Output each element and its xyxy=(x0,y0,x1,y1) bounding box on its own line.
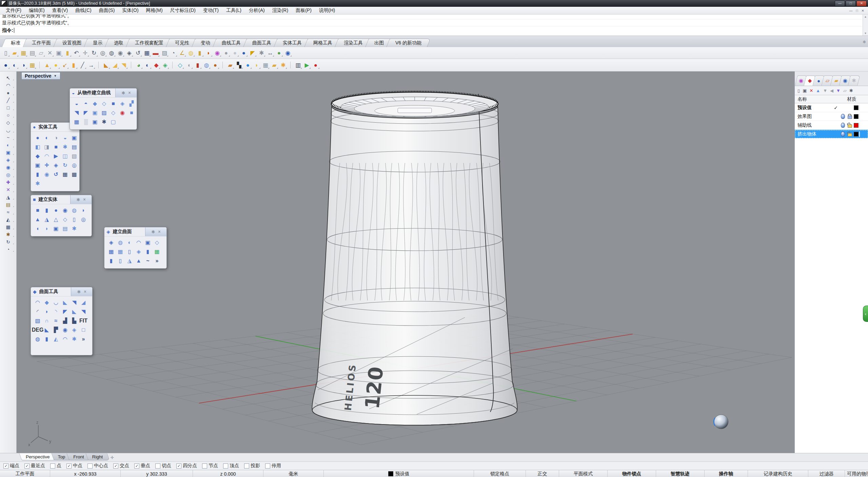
minimize-button[interactable]: — xyxy=(835,1,845,6)
layer-color-swatch[interactable] xyxy=(854,123,859,128)
tool-icon[interactable]: ▧ xyxy=(33,316,42,325)
extrude-icon[interactable]: ◉ xyxy=(1,164,15,171)
tool-icon[interactable]: ↺ xyxy=(52,170,60,179)
array-icon[interactable]: ▦ xyxy=(1,223,15,230)
move-down-icon[interactable]: ▼ xyxy=(823,88,827,93)
zoom-window-icon[interactable]: ◍ xyxy=(107,48,116,57)
osnap-toggle[interactable]: 中心点 xyxy=(87,463,108,469)
tool-icon[interactable]: ◈ xyxy=(52,161,60,170)
status-units[interactable]: 毫米 xyxy=(263,470,324,477)
tool-icon[interactable]: ◠ xyxy=(61,335,70,344)
menu-item[interactable]: 网格(M) xyxy=(142,7,166,14)
layer-name[interactable]: 挤出物体 xyxy=(795,131,832,137)
toolbar-tab[interactable]: 渲染工具 xyxy=(336,39,370,47)
tool-icon[interactable]: ▤ xyxy=(70,143,79,151)
cookie-icon[interactable]: ● xyxy=(211,61,220,69)
material-circle[interactable] xyxy=(859,105,860,111)
scale-icon[interactable]: ✱ xyxy=(1,231,15,238)
tool-icon[interactable]: ◇ xyxy=(100,99,108,108)
tool-icon[interactable]: ✱ xyxy=(70,335,79,344)
tool-icon[interactable]: ◆ xyxy=(33,152,42,161)
rotate-icon[interactable]: ↻ xyxy=(1,238,15,245)
tool-icon[interactable]: ▦ xyxy=(153,247,161,256)
tool-icon[interactable]: ◓ xyxy=(81,99,90,108)
tool-icon[interactable]: ◒ xyxy=(61,133,70,142)
tool-icon[interactable]: ≈ xyxy=(52,316,60,325)
tool-icon[interactable]: ▛ xyxy=(52,326,60,334)
tool-icon[interactable]: ▣ xyxy=(91,118,99,126)
glass-icon[interactable]: ◍ xyxy=(202,61,211,69)
layer-name[interactable]: 预设值 xyxy=(795,105,832,111)
status-planar[interactable]: 平面模式 xyxy=(559,470,608,477)
pie-icon[interactable]: ◕ xyxy=(134,61,143,69)
tool-icon[interactable]: ◠ xyxy=(33,298,42,307)
tool-icon[interactable]: ◣ xyxy=(42,326,51,334)
fillet-icon[interactable]: ◮ xyxy=(1,193,15,201)
shaded-mode-icon[interactable]: ◗ xyxy=(204,48,213,57)
title-bar[interactable]: 摄像头--2020.3.18童柯.3dm (5 MB) - Undefined … xyxy=(0,0,868,7)
cone-flag-icon[interactable]: ◤ xyxy=(248,48,257,57)
close-icon[interactable]: × xyxy=(128,90,131,95)
mdi-control[interactable]: — xyxy=(848,9,854,13)
palette-curve-from-object[interactable]: ◒ 从物件建立曲线 ✱× ◒◓◆◇■◈▞◥◤▣▨◇◉■▦░▣✱▢ xyxy=(70,88,137,130)
command-prompt[interactable]: 指令: xyxy=(2,26,862,34)
tool-icon[interactable]: ◮ xyxy=(42,215,51,224)
zoom-dynamic-icon[interactable]: ◎ xyxy=(98,48,107,57)
osnap-checkbox[interactable] xyxy=(202,463,207,469)
osnap-checkbox[interactable] xyxy=(134,463,139,469)
osnap-checkbox[interactable] xyxy=(3,463,8,469)
tool-icon[interactable]: ◢ xyxy=(79,298,88,307)
tool-icon[interactable]: ◇ xyxy=(153,238,161,247)
gear-icon[interactable]: ✱ xyxy=(257,48,266,57)
osnap-toggle[interactable]: 停用 xyxy=(265,463,281,469)
tool-icon[interactable]: ▣ xyxy=(52,224,60,233)
osnap-checkbox[interactable] xyxy=(155,463,160,469)
tool-icon[interactable]: ◎ xyxy=(79,215,88,224)
bar-icon[interactable]: ▮ xyxy=(69,61,78,69)
tool-icon[interactable]: ▣ xyxy=(143,238,152,247)
tool-icon[interactable]: ◐ xyxy=(42,133,51,142)
curve-icon[interactable]: ~ xyxy=(1,134,15,141)
cplane-icon[interactable]: ▨ xyxy=(160,48,169,57)
toolbar-tab[interactable]: 曲面工具 xyxy=(245,39,279,47)
toolbar-tab[interactable]: 工作视窗配置 xyxy=(127,39,171,47)
dim-icon[interactable]: ↔ xyxy=(266,48,275,57)
sphere-blue-icon[interactable]: ● xyxy=(239,48,248,57)
tool-icon[interactable]: ▲ xyxy=(134,256,143,265)
osnap-checkbox[interactable] xyxy=(223,463,228,469)
tool-icon[interactable]: ◗ xyxy=(42,224,51,233)
shield-icon[interactable]: ◆ xyxy=(152,61,161,69)
cone2-icon[interactable]: ◢ xyxy=(111,61,119,69)
column-material[interactable]: 材质 xyxy=(847,96,868,102)
layer-row[interactable]: 辅助线 xyxy=(795,121,868,130)
undo-icon[interactable]: ↶ xyxy=(72,48,81,57)
status-y[interactable]: y 302.333 xyxy=(121,470,193,477)
lock-icon[interactable]: ▮ xyxy=(195,48,204,57)
tool-icon[interactable]: ▮ xyxy=(107,256,116,265)
status-layer[interactable]: 预设值 xyxy=(324,470,474,477)
layer-row[interactable]: 预设值 ✓ xyxy=(795,103,868,112)
menu-item[interactable]: 分析(A) xyxy=(245,7,269,14)
osnap-checkbox[interactable] xyxy=(265,463,270,469)
menu-item[interactable]: 编辑(E) xyxy=(25,7,48,14)
tool-icon[interactable]: ◧ xyxy=(33,143,42,151)
circle-center-icon[interactable]: ◔ xyxy=(169,48,178,57)
sphere-silver-icon[interactable]: ● xyxy=(231,48,239,57)
undo-view-icon[interactable]: ↺ xyxy=(134,48,142,57)
lasso-icon[interactable]: ◠ xyxy=(1,82,15,89)
scroll-down-icon[interactable]: ▼ xyxy=(864,32,867,35)
tool-icon[interactable]: ▲ xyxy=(33,215,42,224)
layer-color-swatch[interactable] xyxy=(854,132,859,137)
tool-icon[interactable]: ● xyxy=(33,133,42,142)
tool-icon[interactable]: ◉ xyxy=(61,326,70,334)
perspective-viewport[interactable]: HELIOS120zxy Perspective▼ ◒ 从物件建立曲线 ✱× ◒… xyxy=(17,71,794,453)
tool-icon[interactable]: ▣ xyxy=(70,133,79,142)
tool-icon[interactable]: ▢ xyxy=(109,118,118,126)
tool-icon[interactable]: ■ xyxy=(52,143,60,151)
color-wheel-icon[interactable]: ◉ xyxy=(213,48,222,57)
tool-icon[interactable]: ◥ xyxy=(70,298,79,307)
tool-icon[interactable]: ◤ xyxy=(81,108,90,117)
folder-icon[interactable]: ▰ xyxy=(270,61,279,69)
osnap-toggle[interactable]: 垂点 xyxy=(134,463,150,469)
four-viewports-icon[interactable]: ▦ xyxy=(142,48,151,57)
